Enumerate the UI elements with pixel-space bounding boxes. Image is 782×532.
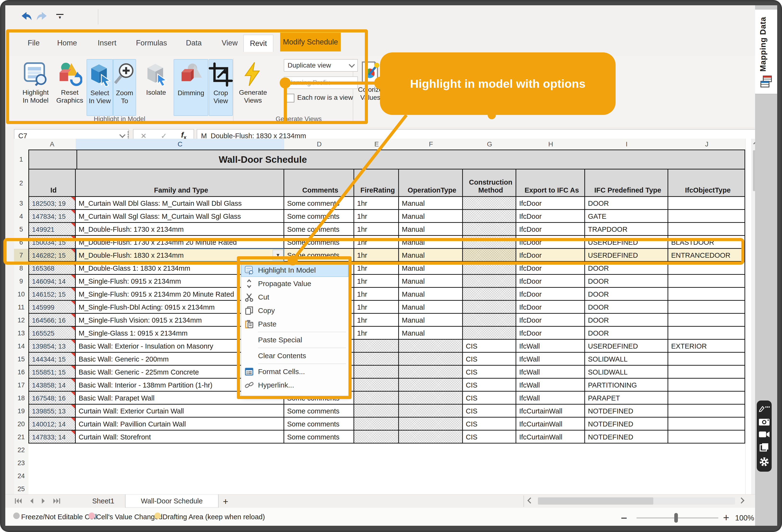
cell-constructionmethod-19[interactable]: CIS <box>463 404 516 418</box>
cell-exportifc-18[interactable]: IfcWall <box>516 392 585 404</box>
row-header-13[interactable]: 13 <box>14 327 29 340</box>
row-header-5[interactable]: 5 <box>14 223 29 236</box>
cell-constructionmethod-9[interactable] <box>463 275 516 288</box>
row-header-1[interactable]: 1 <box>14 149 29 170</box>
cell-operationtype-12[interactable]: Manual <box>399 314 463 327</box>
cell-predefinedtype-20[interactable]: NOTDEFINED <box>585 418 668 431</box>
cell-predefinedtype-13[interactable]: DOOR <box>585 327 668 340</box>
video-icon[interactable] <box>758 431 770 438</box>
empty-cell[interactable] <box>516 483 585 496</box>
sheet-tab-wall-door-schedule[interactable]: Wall-Door Schedule <box>125 495 219 508</box>
empty-cell[interactable] <box>76 457 284 470</box>
cell-id-17[interactable]: 143858; 14 <box>28 379 76 392</box>
cell-constructionmethod-4[interactable] <box>463 210 516 223</box>
cell-id-14[interactable]: 139854; 13 <box>28 340 76 353</box>
cell-ifcobjecttype-19[interactable] <box>668 404 745 418</box>
cell-constructionmethod-18[interactable]: CIS <box>463 392 516 404</box>
empty-cell[interactable] <box>516 444 585 457</box>
cell-constructionmethod-21[interactable]: CIS <box>463 431 516 444</box>
camera-icon[interactable] <box>758 417 770 426</box>
cell-predefinedtype-14[interactable]: USERDEFINED <box>585 340 668 353</box>
row-header-4[interactable]: 4 <box>14 210 29 223</box>
empty-cell[interactable] <box>516 469 585 483</box>
empty-cell[interactable] <box>399 457 463 470</box>
empty-cell[interactable] <box>284 444 354 457</box>
cell-firerating-12[interactable]: 1hr <box>354 314 399 327</box>
row-header-22[interactable]: 22 <box>14 444 29 457</box>
cell-id-19[interactable]: 139855; 13 <box>28 404 76 418</box>
cell-firerating-16[interactable] <box>354 366 399 379</box>
empty-cell[interactable] <box>463 469 517 483</box>
cell-operationtype-19[interactable] <box>399 404 463 418</box>
cell-constructionmethod-3[interactable] <box>463 197 516 210</box>
empty-cell[interactable] <box>463 483 517 496</box>
cell-comments-20[interactable]: Some comments <box>284 418 354 431</box>
empty-cell[interactable] <box>76 444 284 457</box>
empty-cell[interactable] <box>76 469 284 483</box>
empty-cell[interactable] <box>354 469 399 483</box>
cell-firerating-10[interactable]: 1hr <box>354 288 399 301</box>
cell-ifcobjecttype-12[interactable] <box>668 314 745 327</box>
row-header-10[interactable]: 10 <box>14 288 29 301</box>
cell-ifcobjecttype-5[interactable] <box>668 223 745 236</box>
empty-cell[interactable] <box>284 469 354 483</box>
row-header-17[interactable]: 17 <box>14 379 29 392</box>
cell-family-5[interactable]: M_Double-Flush: 1730 x 2134mm <box>76 223 284 236</box>
cell-family-3[interactable]: M_Curtain Wall Dbl Glass: M_Curtain Wall… <box>76 197 284 210</box>
cell-operationtype-17[interactable] <box>399 379 463 392</box>
redo-icon[interactable] <box>36 11 47 22</box>
cell-id-20[interactable]: 140012; 14 <box>28 418 76 431</box>
cell-id-9[interactable]: 146094; 14 <box>28 275 76 288</box>
cell-ifcobjecttype-9[interactable] <box>668 275 745 288</box>
cell-ifcobjecttype-18[interactable] <box>668 392 745 404</box>
undo-icon[interactable] <box>21 11 32 22</box>
empty-cell[interactable] <box>585 457 669 470</box>
cell-exportifc-13[interactable]: IfcDoor <box>516 327 585 340</box>
cell-firerating-15[interactable] <box>354 353 399 366</box>
cell-operationtype-5[interactable]: Manual <box>399 223 463 236</box>
cell-operationtype-3[interactable]: Manual <box>399 197 463 210</box>
empty-cell[interactable] <box>76 483 284 496</box>
cell-ifcobjecttype-15[interactable] <box>668 353 745 366</box>
row-header-18[interactable]: 18 <box>14 392 29 405</box>
row-header-9[interactable]: 9 <box>14 275 29 288</box>
cell-firerating-19[interactable] <box>354 404 399 418</box>
mapping-data-tab[interactable]: Mapping Data <box>755 10 777 94</box>
cell-ifcobjecttype-11[interactable] <box>668 301 745 314</box>
cell-predefinedtype-5[interactable]: TRAPDOOR <box>585 223 668 236</box>
cell-predefinedtype-21[interactable]: NOTDEFINED <box>585 431 668 444</box>
first-sheet-icon[interactable] <box>14 498 23 504</box>
row-header-2[interactable]: 2 <box>14 170 29 197</box>
empty-cell[interactable] <box>354 483 399 496</box>
column-header-E[interactable]: E <box>354 139 399 150</box>
cell-id-11[interactable]: 145999 <box>28 301 76 314</box>
cell-id-21[interactable]: 147833; 14 <box>28 431 76 444</box>
cell-id-16[interactable]: 155851; 15 <box>28 366 76 379</box>
cell-constructionmethod-15[interactable]: CIS <box>463 353 516 366</box>
empty-cell[interactable] <box>28 457 76 470</box>
last-sheet-icon[interactable] <box>52 498 61 504</box>
empty-cell[interactable] <box>284 457 354 470</box>
column-header-I[interactable]: I <box>585 139 669 150</box>
empty-cell[interactable] <box>668 483 745 496</box>
empty-cell[interactable] <box>668 469 745 483</box>
zoom-in-button[interactable]: + <box>723 511 729 524</box>
row-header-3[interactable]: 3 <box>14 197 29 210</box>
cell-exportifc-20[interactable]: IfcCurtainWall <box>516 418 585 431</box>
cell-id-3[interactable]: 182503; 19 <box>28 197 76 210</box>
cell-operationtype-16[interactable] <box>399 366 463 379</box>
scroll-left-icon[interactable] <box>528 498 533 503</box>
cell-exportifc-17[interactable]: IfcWall <box>516 379 585 392</box>
cell-family-21[interactable]: Curtain Wall: Storefront <box>76 431 284 444</box>
cell-exportifc-4[interactable]: IfcDoor <box>516 210 585 223</box>
cell-constructionmethod-13[interactable] <box>463 327 516 340</box>
cell-firerating-11[interactable]: 1hr <box>354 301 399 314</box>
cell-comments-19[interactable]: Some comments <box>284 404 354 418</box>
cell-firerating-5[interactable]: 1hr <box>354 223 399 236</box>
sheet-tab-sheet1[interactable]: Sheet1 <box>82 495 124 507</box>
empty-cell[interactable] <box>399 469 463 483</box>
empty-cell[interactable] <box>354 457 399 470</box>
cell-operationtype-10[interactable]: Manual <box>399 288 463 301</box>
cell-ifcobjecttype-14[interactable]: EXTERIOR <box>668 340 745 353</box>
cell-exportifc-14[interactable]: IfcWall <box>516 340 585 353</box>
